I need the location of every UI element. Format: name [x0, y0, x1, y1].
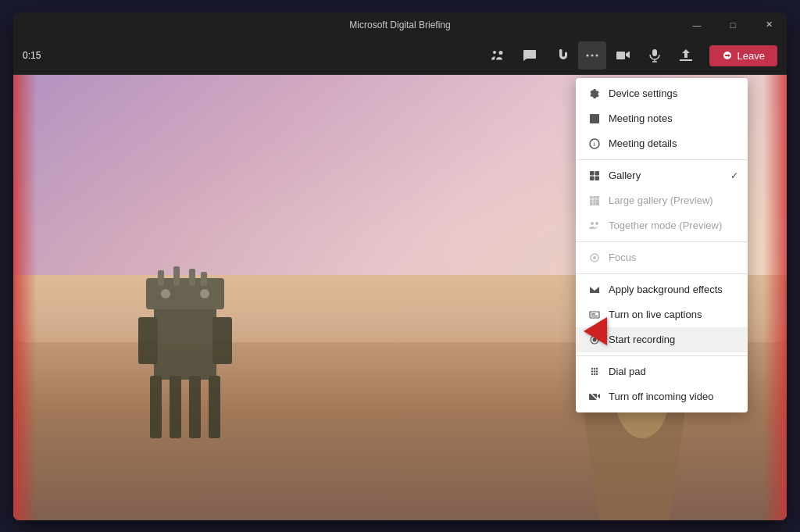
svg-rect-24 — [595, 176, 600, 180]
menu-item-large-gallery[interactable]: Large gallery (Preview) — [576, 188, 748, 213]
dial-pad-label: Dial pad — [609, 366, 646, 377]
svg-rect-29 — [593, 199, 596, 202]
together-mode-label: Together mode (Preview) — [609, 220, 722, 231]
svg-rect-26 — [593, 196, 596, 199]
app-window: Microsoft Digital Briefing — □ ✕ 0:15 — [13, 12, 787, 520]
background-effects-icon — [588, 284, 601, 296]
svg-rect-5 — [154, 302, 216, 380]
svg-rect-10 — [189, 376, 201, 438]
call-controls: Leave — [484, 41, 777, 70]
focus-label: Focus — [609, 252, 636, 263]
dial-pad-icon — [588, 366, 601, 378]
share-button[interactable] — [672, 41, 700, 70]
svg-rect-18 — [201, 272, 207, 286]
leave-icon — [722, 50, 733, 61]
meeting-details-label: Meeting details — [609, 137, 677, 149]
menu-item-background-effects[interactable]: Apply background effects — [576, 277, 748, 302]
svg-point-35 — [595, 222, 598, 225]
menu-item-gallery[interactable]: Gallery ✓ — [576, 163, 748, 188]
more-button[interactable] — [578, 41, 606, 70]
mic-button[interactable] — [641, 41, 669, 70]
svg-rect-32 — [593, 202, 596, 205]
incoming-video-icon — [588, 391, 601, 403]
svg-rect-15 — [158, 270, 164, 286]
raise-hand-icon — [554, 48, 568, 62]
menu-item-incoming-video[interactable]: Turn off incoming video — [576, 384, 748, 409]
main-content: Device settings Meeting notes i Meeting … — [13, 75, 787, 520]
more-options-menu: Device settings Meeting notes i Meeting … — [576, 78, 748, 412]
video-icon — [616, 48, 630, 62]
close-button[interactable]: ✕ — [751, 12, 787, 37]
svg-rect-31 — [590, 202, 593, 205]
svg-point-37 — [593, 256, 596, 259]
svg-rect-30 — [596, 199, 599, 202]
menu-item-device-settings[interactable]: Device settings — [576, 81, 748, 106]
menu-item-meeting-details[interactable]: i Meeting details — [576, 131, 748, 156]
svg-point-43 — [591, 367, 593, 369]
meeting-details-icon: i — [588, 137, 601, 150]
svg-point-51 — [596, 373, 598, 374]
svg-point-49 — [591, 373, 593, 374]
focus-icon — [588, 252, 601, 264]
window-controls: — □ ✕ — [679, 12, 787, 37]
people-icon — [491, 48, 505, 62]
chat-button[interactable] — [516, 41, 544, 70]
border-right — [763, 75, 787, 520]
divider-3 — [576, 273, 748, 274]
gallery-checkmark: ✓ — [730, 170, 738, 181]
large-gallery-icon — [588, 195, 601, 207]
svg-point-14 — [200, 289, 209, 298]
svg-rect-21 — [590, 171, 595, 176]
device-settings-icon — [588, 87, 601, 100]
start-recording-label: Start recording — [609, 334, 675, 345]
svg-point-46 — [591, 370, 593, 372]
svg-rect-6 — [138, 317, 158, 364]
menu-item-meeting-notes[interactable]: Meeting notes — [576, 106, 748, 131]
svg-point-2 — [595, 55, 598, 57]
title-bar: Microsoft Digital Briefing — □ ✕ — [13, 12, 787, 37]
meeting-notes-label: Meeting notes — [609, 112, 673, 124]
svg-point-50 — [594, 373, 595, 374]
minimize-button[interactable]: — — [679, 12, 715, 37]
divider-4 — [576, 355, 748, 356]
more-icon — [585, 48, 599, 62]
svg-rect-11 — [209, 376, 220, 438]
mic-icon — [648, 48, 662, 62]
incoming-video-label: Turn off incoming video — [609, 391, 713, 402]
svg-rect-7 — [212, 317, 232, 364]
together-mode-icon — [588, 220, 601, 232]
border-left — [13, 75, 37, 520]
maximize-button[interactable]: □ — [715, 12, 751, 37]
gallery-label: Gallery — [609, 170, 641, 181]
menu-item-together-mode[interactable]: Together mode (Preview) — [576, 213, 748, 238]
raise-hand-button[interactable] — [547, 41, 575, 70]
machine-decoration — [107, 255, 263, 473]
svg-point-48 — [596, 370, 598, 372]
gallery-icon — [588, 170, 601, 182]
svg-rect-25 — [590, 196, 593, 199]
call-bar: 0:15 — [13, 37, 787, 75]
live-captions-label: Turn on live captions — [609, 309, 702, 320]
background-effects-label: Apply background effects — [609, 284, 723, 295]
svg-rect-3 — [652, 49, 657, 56]
call-timer: 0:15 — [23, 50, 41, 61]
chat-icon — [523, 48, 537, 62]
red-arrow-indicator — [584, 317, 607, 345]
svg-text:i: i — [594, 141, 595, 148]
svg-rect-17 — [189, 269, 195, 286]
svg-rect-23 — [590, 176, 595, 180]
svg-rect-22 — [595, 171, 600, 176]
svg-point-1 — [591, 55, 593, 57]
leave-button[interactable]: Leave — [709, 45, 777, 66]
meeting-notes-icon — [588, 112, 601, 125]
svg-point-13 — [161, 289, 170, 298]
video-button[interactable] — [609, 41, 638, 70]
menu-item-dial-pad[interactable]: Dial pad — [576, 359, 748, 384]
device-settings-label: Device settings — [609, 87, 677, 99]
share-icon — [679, 48, 693, 62]
divider-1 — [576, 159, 748, 160]
large-gallery-label: Large gallery (Preview) — [609, 195, 713, 206]
window-title: Microsoft Digital Briefing — [349, 20, 450, 30]
people-button[interactable] — [484, 41, 512, 70]
menu-item-focus[interactable]: Focus — [576, 245, 748, 270]
